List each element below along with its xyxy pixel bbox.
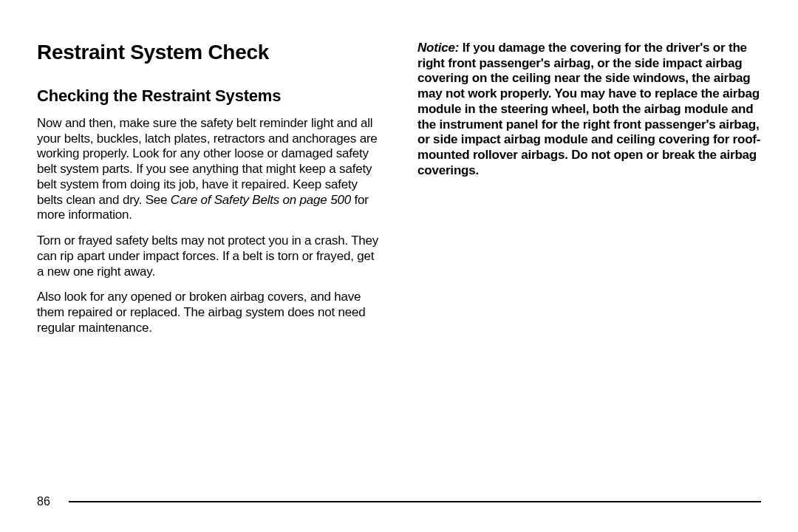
- left-column: Restraint System Check Checking the Rest…: [37, 41, 381, 347]
- page-number: 86: [37, 495, 50, 508]
- notice-body: If you damage the covering for the drive…: [417, 41, 760, 177]
- footer-divider: [69, 501, 761, 502]
- notice-paragraph: Notice: If you damage the covering for t…: [417, 41, 761, 179]
- notice-label: Notice:: [417, 41, 459, 55]
- column-layout: Restraint System Check Checking the Rest…: [37, 41, 761, 347]
- main-heading: Restraint System Check: [37, 41, 381, 64]
- paragraph-2: Torn or frayed safety belts may not prot…: [37, 233, 381, 279]
- paragraph-1: Now and then, make sure the safety belt …: [37, 116, 381, 223]
- para1-italic-reference: Care of Safety Belts on page 500: [171, 193, 351, 207]
- right-column: Notice: If you damage the covering for t…: [417, 41, 761, 347]
- document-page: Restraint System Check Checking the Rest…: [0, 0, 798, 532]
- page-footer: 86: [37, 495, 761, 508]
- sub-heading: Checking the Restraint Systems: [37, 86, 381, 106]
- paragraph-3: Also look for any opened or broken airba…: [37, 290, 381, 335]
